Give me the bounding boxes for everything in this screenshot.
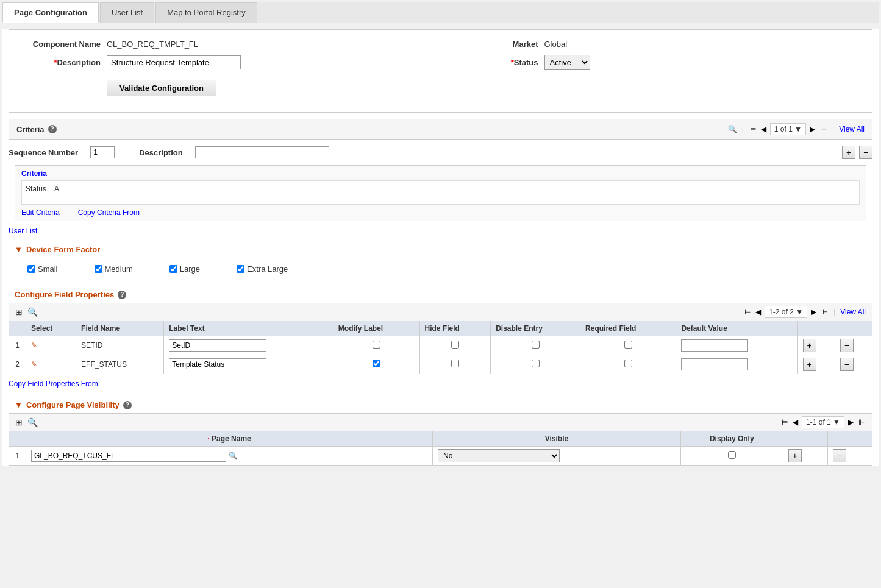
pv-col-actions-1: [783, 431, 827, 447]
pv-col-page-name: · Page Name: [26, 431, 433, 447]
device-small-label: Small: [38, 264, 58, 274]
device-small-checkbox-container: Small: [27, 264, 58, 274]
pv-nav-next[interactable]: ▶: [847, 418, 855, 427]
description-input[interactable]: [107, 55, 241, 69]
pv-row-1-add-button[interactable]: +: [788, 449, 802, 462]
configure-page-visibility-help-icon[interactable]: ?: [123, 401, 132, 409]
device-large-checkbox-container: Large: [169, 264, 200, 274]
device-medium-checkbox-container: Medium: [95, 264, 133, 274]
pv-search-icon[interactable]: 🔍: [27, 417, 38, 427]
criteria-nav-first[interactable]: ⊨: [749, 125, 757, 133]
row-1-remove-button[interactable]: −: [840, 339, 854, 352]
configure-field-table: Select Field Name Label Text Modify Labe…: [9, 321, 872, 374]
cfg-view-all[interactable]: View All: [840, 308, 866, 316]
device-large-checkbox[interactable]: [169, 265, 177, 273]
device-extra-large-label: Extra Large: [247, 264, 288, 274]
row-2-add: +: [797, 355, 835, 374]
device-medium-checkbox[interactable]: [95, 265, 102, 273]
configure-page-visibility-toggle[interactable]: ▼ Configure Page Visibility ?: [9, 397, 872, 413]
edit-criteria-link[interactable]: Edit Criteria: [21, 208, 60, 217]
row-2-edit-icon[interactable]: ✎: [31, 360, 37, 369]
pv-row-1-remove: −: [827, 447, 872, 466]
pv-nav: ⊨ ◀ 1-1 of 1 ▼ ▶ ⊩: [780, 416, 866, 428]
row-2-hide-field-checkbox[interactable]: [451, 360, 459, 367]
row-2-remove-button[interactable]: −: [840, 358, 854, 371]
col-select: Select: [26, 321, 76, 336]
criteria-box-title: Criteria: [21, 169, 860, 178]
cfg-nav-next[interactable]: ▶: [810, 308, 818, 316]
pv-nav-last[interactable]: ⊩: [857, 418, 866, 427]
status-select[interactable]: Active Inactive: [544, 55, 590, 70]
pv-nav-prev[interactable]: ◀: [791, 418, 799, 427]
row-2-default-value-input[interactable]: [681, 358, 748, 370]
col-actions-1: [797, 321, 835, 336]
description-label: *Description: [21, 58, 107, 67]
row-1-disable-entry-checkbox[interactable]: [532, 341, 540, 349]
criteria-add-button[interactable]: +: [842, 146, 855, 159]
search-icon[interactable]: 🔍: [728, 125, 737, 133]
pv-row-1-remove-button[interactable]: −: [833, 449, 846, 462]
nav-sep: |: [742, 125, 744, 133]
criteria-nav-prev[interactable]: ◀: [760, 125, 768, 133]
row-2-field-name: EFF_STATUS: [76, 355, 164, 374]
row-2-required-field-checkbox[interactable]: [624, 360, 632, 367]
criteria-title: Criteria: [16, 125, 45, 134]
configure-field-nav: ⊨ ◀ 1-2 of 2 ▼ ▶ ⊩ | View All: [743, 306, 866, 318]
row-1-modify-label-checkbox[interactable]: [373, 341, 380, 349]
device-form-factor-toggle[interactable]: ▼ Device Form Factor: [9, 241, 872, 258]
row-2-add-button[interactable]: +: [803, 358, 816, 371]
row-2-modify-label-checkbox[interactable]: [373, 360, 380, 367]
pv-nav-first[interactable]: ⊨: [780, 418, 789, 427]
criteria-remove-button[interactable]: −: [859, 146, 872, 159]
copy-criteria-from-link[interactable]: Copy Criteria From: [78, 208, 140, 217]
row-1-hide-field-checkbox[interactable]: [451, 341, 459, 349]
criteria-help-icon[interactable]: ?: [48, 125, 57, 133]
pv-display-only-checkbox[interactable]: [728, 451, 736, 459]
pv-row-1-num: 1: [9, 447, 26, 466]
pv-row-1-display-only: [680, 447, 783, 466]
pv-page-name-search-icon[interactable]: 🔍: [229, 452, 238, 460]
device-extra-large-checkbox[interactable]: [237, 265, 244, 273]
pv-toolbar: ⊞ 🔍 ⊨ ◀ 1-1 of 1 ▼ ▶ ⊩: [9, 413, 872, 431]
col-modify-label: Modify Label: [333, 321, 419, 336]
copy-field-properties-link[interactable]: Copy Field Properties From: [9, 380, 98, 388]
tab-map-to-portal-registry[interactable]: Map to Portal Registry: [155, 2, 257, 23]
market-label: Market: [459, 40, 544, 49]
cfg-nav-last[interactable]: ⊩: [820, 308, 829, 316]
pv-col-num: [9, 431, 26, 447]
validate-configuration-button[interactable]: Validate Configuration: [107, 80, 216, 96]
cfg-nav-first[interactable]: ⊨: [743, 308, 752, 316]
criteria-nav-next[interactable]: ▶: [808, 125, 816, 133]
device-small-checkbox[interactable]: [27, 265, 35, 273]
user-list-link[interactable]: User List: [9, 227, 37, 235]
configure-field-help-icon[interactable]: ?: [118, 291, 126, 299]
device-extra-large-checkbox-container: Extra Large: [237, 264, 288, 274]
pv-col-display-only: Display Only: [680, 431, 783, 447]
sequence-number-input[interactable]: [90, 146, 115, 158]
row-1-label-text: [164, 336, 333, 355]
pv-row-1-add: +: [783, 447, 827, 466]
row-2-num: 2: [9, 355, 26, 374]
row-2-label-input[interactable]: [169, 358, 266, 370]
row-1-edit-icon[interactable]: ✎: [31, 341, 37, 350]
tab-user-list[interactable]: User List: [100, 2, 154, 23]
row-1-required-field-checkbox[interactable]: [624, 341, 632, 349]
cfg-nav-prev[interactable]: ◀: [754, 308, 762, 316]
row-1-label-input[interactable]: [169, 339, 266, 352]
criteria-nav-last[interactable]: ⊩: [819, 125, 827, 133]
criteria-view-all[interactable]: View All: [839, 125, 865, 133]
criteria-description-input[interactable]: [195, 146, 329, 158]
tab-page-configuration[interactable]: Page Configuration: [2, 2, 99, 23]
row-2-modify-label: [333, 355, 419, 374]
pv-grid-icon[interactable]: ⊞: [15, 417, 23, 427]
pv-visible-select[interactable]: No Yes: [438, 449, 560, 462]
row-1-add-button[interactable]: +: [803, 339, 816, 352]
pv-col-visible: Visible: [433, 431, 681, 447]
pv-page-name-input[interactable]: [31, 450, 226, 462]
row-1-default-value-input[interactable]: [681, 339, 748, 352]
row-2-select: ✎: [26, 355, 76, 374]
configure-field-grid-icon[interactable]: ⊞: [15, 307, 23, 317]
configure-field-search-icon[interactable]: 🔍: [27, 307, 38, 317]
row-2-disable-entry-checkbox[interactable]: [532, 360, 540, 367]
pv-row-1-visible: No Yes: [433, 447, 681, 466]
